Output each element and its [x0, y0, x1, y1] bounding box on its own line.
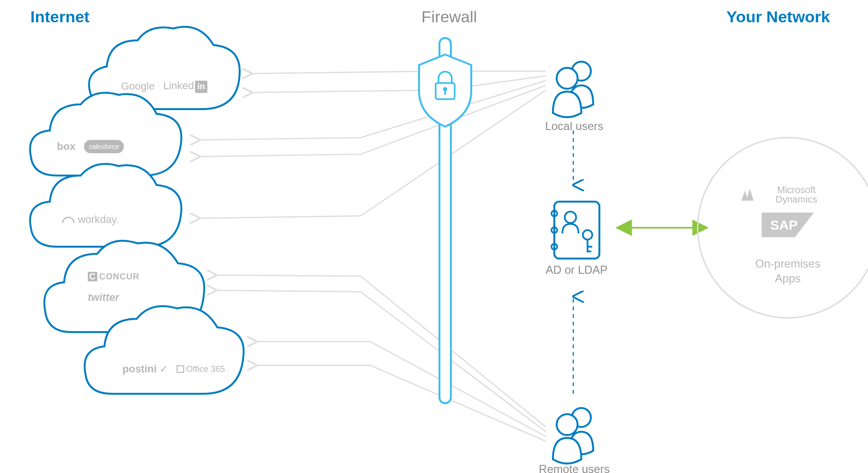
svg-point-8 — [551, 244, 557, 250]
onprem-logos: Microsoft Dynamics SAP — [740, 185, 835, 241]
svg-point-14 — [572, 408, 591, 427]
cloud-2-logos: box salesforce — [57, 140, 124, 153]
caption-local-users: Local users — [536, 120, 612, 133]
svg-point-7 — [551, 227, 557, 233]
logo-concur: CCONCUR — [88, 272, 140, 282]
firewall-layer — [0, 0, 868, 473]
logo-twitter: twitter — [88, 291, 119, 304]
heading-firewall: Firewall — [421, 8, 477, 26]
logo-google: Google — [121, 80, 155, 93]
icons-layer — [0, 0, 868, 473]
caption-ad-ldap: AD or LDAP — [539, 263, 615, 277]
remote-users-icon — [553, 408, 593, 464]
clouds-layer — [0, 0, 868, 473]
logo-sap: SAP — [740, 213, 835, 241]
cloud-3-logos: workday. — [62, 213, 119, 226]
svg-point-10 — [583, 230, 592, 240]
heading-internet: Internet — [30, 8, 90, 26]
logo-workday: workday. — [62, 213, 119, 226]
logo-office365: Office 365 — [177, 364, 225, 374]
svg-text:SAP: SAP — [770, 218, 798, 232]
logo-ms-dynamics: Microsoft Dynamics — [740, 185, 835, 204]
svg-point-15 — [557, 414, 578, 435]
logo-box: box — [57, 140, 75, 153]
cloud-5 — [84, 306, 243, 394]
logo-linkedin: Linkedin — [163, 80, 207, 93]
svg-point-9 — [565, 212, 576, 223]
cloud-4-logos: CCONCUR twitter — [88, 272, 140, 304]
svg-rect-0 — [436, 83, 455, 99]
cloud-1-logos: Google Linkedin — [121, 80, 207, 93]
svg-point-6 — [551, 211, 557, 216]
lines-local-users — [199, 71, 546, 218]
heading-your-network: Your Network — [726, 8, 830, 26]
cloud-1 — [89, 27, 240, 109]
cloud-2 — [30, 93, 181, 176]
svg-point-1 — [443, 87, 448, 92]
svg-rect-5 — [554, 202, 599, 259]
caption-onprem-apps: On-premises Apps — [745, 256, 831, 286]
cloud-5-logos: postini ✓ Office 365 — [122, 363, 225, 375]
lines-remote-users — [216, 275, 546, 441]
caption-remote-users: Remote users — [532, 463, 617, 473]
svg-point-3 — [572, 62, 591, 81]
ad-ldap-icon — [551, 202, 599, 259]
local-users-icon — [553, 62, 593, 117]
connection-lines-layer — [0, 0, 868, 473]
logo-salesforce: salesforce — [84, 140, 124, 153]
svg-point-4 — [557, 68, 578, 89]
firewall-shield — [419, 55, 471, 127]
logo-postini: postini ✓ — [122, 363, 168, 375]
cloud-3 — [30, 164, 181, 247]
lock-icon — [436, 72, 455, 99]
firewall-pillar — [439, 38, 451, 403]
